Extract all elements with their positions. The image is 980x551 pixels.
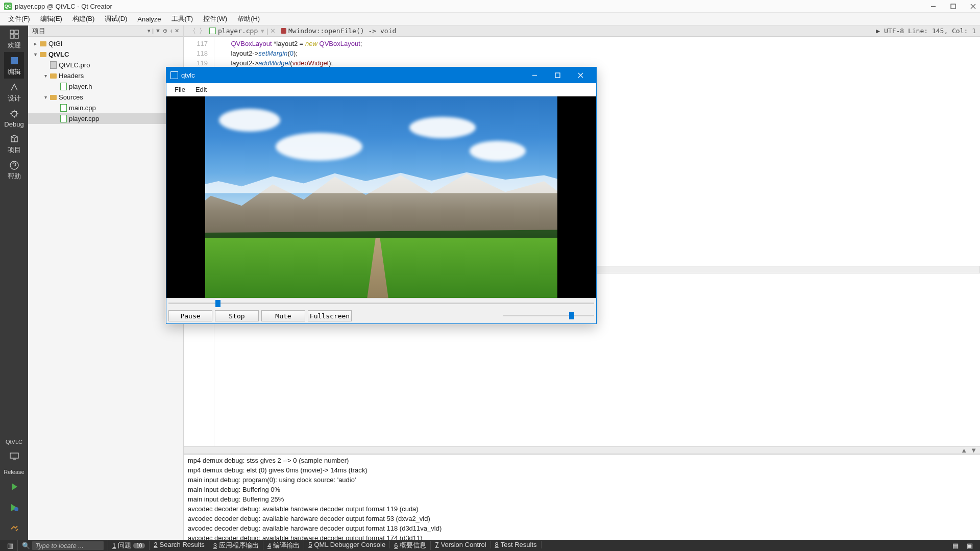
status-pane-button[interactable]: 1 问题 10 [108, 541, 150, 550]
status-progress-icon[interactable]: ▤ [948, 542, 963, 549]
sidebar-link-icon[interactable]: ⊕ [163, 28, 167, 34]
activity-design[interactable]: 设计 [4, 79, 23, 105]
window-minimize-button[interactable] [930, 4, 936, 9]
menu-item[interactable]: 控件(W) [198, 13, 232, 24]
sidebar-close-icon[interactable]: ✕ [175, 28, 179, 34]
menu-item[interactable]: 帮助(H) [232, 13, 265, 24]
sidebar-filter-icon[interactable]: ▾ | ▼ [148, 28, 161, 34]
status-pane-button[interactable]: 8 Test Results [491, 541, 542, 548]
sidebar-toggle-icon[interactable]: ▥ [3, 540, 18, 551]
tree-node[interactable]: ▾QtVLC [28, 49, 183, 60]
svg-point-9 [14, 507, 18, 511]
activity-bar: 欢迎编辑设计Debug项目帮助 QtVLC Release [0, 26, 28, 540]
tree-node[interactable]: ▾Sources [28, 92, 183, 103]
mute-button[interactable]: Mute [261, 310, 305, 321]
app-menu-item[interactable]: Edit [190, 85, 212, 94]
tree-node[interactable]: main.cpp [28, 103, 183, 113]
file-icon [209, 28, 216, 34]
svg-rect-0 [951, 4, 955, 9]
main-window-titlebar: QC player.cpp @ QtVLC - Qt Creator [0, 0, 980, 13]
locate-field[interactable]: 🔍 Type to locate ... [18, 540, 108, 551]
video-widget[interactable] [166, 96, 596, 298]
tree-node[interactable]: player.cpp [28, 113, 183, 124]
app-menu-item[interactable]: File [169, 85, 190, 94]
application-output[interactable]: mp4 demux debug: stss gives 2 --> 0 (sam… [184, 454, 980, 540]
project-sidebar: 项目 ▾ | ▼ ⊕ ⫞ ✕ ▸QtGI▾QtVLCQtVLC.pro▾Head… [28, 26, 184, 540]
svg-rect-8 [10, 453, 18, 458]
editor-split-bar[interactable]: ▲▼ [184, 446, 980, 454]
running-app-window: qtvlc FileEdit Pause Stop Mute Fullscree… [166, 67, 597, 324]
status-bar: ▥ 🔍 Type to locate ... 1 问题 102 Search R… [0, 540, 980, 551]
menu-item[interactable]: 构建(B) [67, 13, 100, 24]
svg-rect-3 [10, 35, 14, 38]
project-tree[interactable]: ▸QtGI▾QtVLCQtVLC.pro▾Headersplayer.h▾Sou… [28, 37, 183, 540]
editor-status[interactable]: ▶ UTF-8 Line: 145, Col: 1 [876, 27, 976, 35]
app-maximize-button[interactable] [546, 67, 569, 83]
qtcreator-icon: QC [4, 3, 12, 10]
nav-back-button[interactable]: 〈 [189, 27, 196, 36]
svg-rect-5 [11, 57, 18, 64]
app-minimize-button[interactable] [523, 67, 546, 83]
run-debug-button[interactable] [0, 498, 28, 519]
menu-item[interactable]: Analyze [132, 14, 166, 24]
svg-rect-10 [555, 73, 560, 78]
menu-item[interactable]: 文件(F) [3, 13, 35, 24]
symbol-icon [281, 28, 286, 34]
svg-rect-1 [10, 30, 14, 34]
pause-button[interactable]: Pause [168, 310, 212, 321]
status-pane-button[interactable]: 2 Search Results [150, 541, 209, 548]
nav-fwd-button[interactable]: 〉 [199, 27, 206, 36]
tree-node[interactable]: player.h [28, 81, 183, 92]
build-button[interactable] [0, 519, 28, 540]
window-close-button[interactable] [970, 4, 976, 9]
activity-debug[interactable]: Debug [4, 105, 23, 130]
kit-target-icon[interactable] [0, 447, 28, 467]
activity-help[interactable]: 帮助 [4, 157, 23, 183]
app-close-button[interactable] [569, 67, 592, 83]
editor-breadcrumb[interactable]: Mwindow::openFile() -> void [288, 27, 396, 35]
status-pane-button[interactable]: 4 编译输出 [263, 541, 304, 550]
sidebar-title[interactable]: 项目 [32, 27, 45, 36]
status-pane-button[interactable]: 6 概要信息 [390, 541, 431, 550]
kit-selector-config[interactable]: Release [4, 467, 24, 477]
fullscreen-button[interactable]: Fullscreen [308, 310, 352, 321]
tree-node[interactable]: QtVLC.pro [28, 60, 183, 70]
status-pane-button[interactable]: 3 应用程序输出 [209, 541, 263, 550]
svg-rect-4 [15, 35, 18, 38]
app-title: qtvlc [181, 71, 195, 79]
sidebar-header: 项目 ▾ | ▼ ⊕ ⫞ ✕ [28, 26, 183, 37]
menu-item[interactable]: 工具(T) [166, 13, 199, 24]
main-window-title: player.cpp @ QtVLC - Qt Creator [15, 3, 112, 10]
seek-slider[interactable] [166, 298, 596, 308]
tree-node[interactable]: ▸QtGI [28, 38, 183, 49]
svg-point-7 [10, 161, 18, 169]
volume-slider[interactable] [503, 311, 594, 321]
tree-node[interactable]: ▾Headers [28, 70, 183, 81]
status-close-icon[interactable]: ▣ [963, 542, 977, 549]
app-icon [170, 71, 178, 79]
sidebar-split-icon[interactable]: ⫞ [169, 28, 173, 34]
menu-item[interactable]: 调试(D) [100, 13, 132, 24]
status-pane-button[interactable]: 5 QML Debugger Console [304, 541, 390, 548]
svg-rect-2 [15, 30, 18, 34]
activity-edit[interactable]: 编辑 [4, 52, 23, 79]
menu-item[interactable]: 编辑(E) [35, 13, 67, 24]
status-pane-button[interactable]: 7 Version Control [431, 541, 491, 548]
stop-button[interactable]: Stop [215, 310, 259, 321]
activity-project[interactable]: 项目 [4, 130, 23, 157]
editor-toolbar: 〈 〉 player.cpp ▾ | ✕ Mwindow::openFile()… [184, 26, 980, 37]
window-maximize-button[interactable] [950, 4, 956, 9]
kit-selector-name[interactable]: QtVLC [6, 437, 22, 447]
activity-welcome[interactable]: 欢迎 [4, 26, 23, 52]
open-file-name[interactable]: player.cpp [218, 27, 258, 35]
app-menubar: FileEdit [166, 83, 596, 96]
main-menubar: 文件(F)编辑(E)构建(B)调试(D)Analyze工具(T)控件(W)帮助(… [0, 13, 980, 26]
run-button[interactable] [0, 477, 28, 498]
app-titlebar[interactable]: qtvlc [166, 67, 596, 83]
